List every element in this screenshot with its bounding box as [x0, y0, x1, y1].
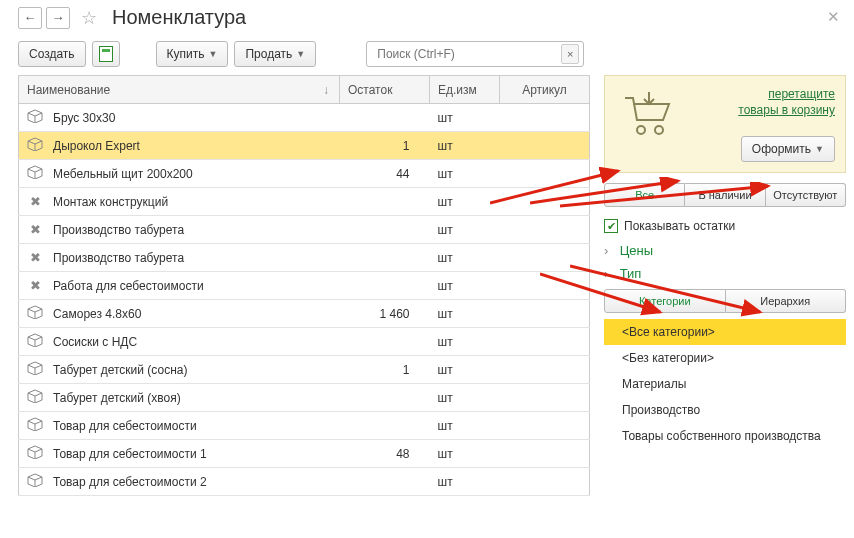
table-row[interactable]: ✖Работа для себестоимостишт: [19, 272, 590, 300]
table-row[interactable]: Мебельный щит 200х20044шт: [19, 160, 590, 188]
search-input[interactable]: [375, 46, 557, 62]
row-name: Товар для себестоимости 2: [45, 468, 340, 496]
table-row[interactable]: Сосиски с НДСшт: [19, 328, 590, 356]
col-unit[interactable]: Ед.изм: [430, 76, 500, 104]
row-name: Дырокол Expert: [45, 132, 340, 160]
submit-cart-button[interactable]: Оформить▼: [741, 136, 835, 162]
category-item[interactable]: Производство: [604, 397, 846, 423]
search-field[interactable]: ×: [366, 41, 584, 67]
row-unit: шт: [430, 104, 500, 132]
nav-back-button[interactable]: ←: [18, 7, 42, 29]
row-unit: шт: [430, 356, 500, 384]
box-icon: [27, 306, 43, 322]
row-stock: 1: [340, 356, 430, 384]
row-article: [500, 356, 590, 384]
search-clear-button[interactable]: ×: [561, 44, 579, 64]
box-icon: [27, 446, 43, 462]
category-item[interactable]: Товары собственного производства: [604, 423, 846, 449]
row-stock: 48: [340, 440, 430, 468]
sell-button[interactable]: Продать▼: [234, 41, 316, 67]
row-name: Брус 30х30: [45, 104, 340, 132]
submit-cart-label: Оформить: [752, 142, 811, 156]
row-article: [500, 300, 590, 328]
sort-indicator-icon: ↓: [323, 83, 329, 97]
availability-filter: Все В наличии Отсутствуют: [604, 183, 846, 207]
box-icon: [27, 390, 43, 406]
row-name: Монтаж конструкций: [45, 188, 340, 216]
chevron-right-icon: ›: [604, 243, 616, 258]
category-item[interactable]: <Все категории>: [604, 319, 846, 345]
col-article-label: Артикул: [522, 83, 567, 97]
table-row[interactable]: Товар для себестоимости 2шт: [19, 468, 590, 496]
svg-point-1: [655, 126, 663, 134]
row-name: Работа для себестоимости: [45, 272, 340, 300]
row-stock: [340, 104, 430, 132]
table-row[interactable]: Брус 30х30шт: [19, 104, 590, 132]
row-stock: [340, 244, 430, 272]
table-row[interactable]: Дырокол Expert1шт: [19, 132, 590, 160]
buy-button-label: Купить: [167, 47, 205, 61]
prices-expander[interactable]: › Цены: [604, 243, 846, 258]
table-row[interactable]: ✖Монтаж конструкцийшт: [19, 188, 590, 216]
row-unit: шт: [430, 440, 500, 468]
filter-tab-out-label: Отсутствуют: [773, 189, 837, 201]
close-icon[interactable]: ✕: [827, 8, 840, 26]
show-stock-checkbox[interactable]: ✔: [604, 219, 618, 233]
nav-forward-button[interactable]: →: [46, 7, 70, 29]
table-row[interactable]: ✖Производство табуреташт: [19, 216, 590, 244]
nomenclature-table: Наименование ↓ Остаток Ед.изм Артикул Бр…: [18, 75, 590, 496]
category-list: <Все категории><Без категории>МатериалыП…: [604, 319, 846, 449]
box-icon: [27, 166, 43, 182]
row-stock: [340, 216, 430, 244]
filter-tab-all[interactable]: Все: [604, 183, 685, 207]
row-unit: шт: [430, 132, 500, 160]
table-row[interactable]: Табурет детский (хвоя)шт: [19, 384, 590, 412]
create-from-template-button[interactable]: [92, 41, 120, 67]
row-unit: шт: [430, 300, 500, 328]
tab-categories[interactable]: Категории: [604, 289, 726, 313]
row-unit: шт: [430, 216, 500, 244]
table-row[interactable]: Саморез 4.8х601 460шт: [19, 300, 590, 328]
table-row[interactable]: ✖Производство табуреташт: [19, 244, 590, 272]
tab-hierarchy-label: Иерархия: [760, 295, 810, 307]
create-button[interactable]: Создать: [18, 41, 86, 67]
row-name: Товар для себестоимости 1: [45, 440, 340, 468]
col-article[interactable]: Артикул: [500, 76, 590, 104]
box-icon: [27, 334, 43, 350]
row-article: [500, 440, 590, 468]
buy-button[interactable]: Купить▼: [156, 41, 229, 67]
row-unit: шт: [430, 272, 500, 300]
category-item[interactable]: Материалы: [604, 371, 846, 397]
category-mode-tabs: Категории Иерархия: [604, 289, 846, 313]
row-article: [500, 412, 590, 440]
table-row[interactable]: Табурет детский (сосна)1шт: [19, 356, 590, 384]
table-row[interactable]: Товар для себестоимостишт: [19, 412, 590, 440]
row-stock: [340, 384, 430, 412]
row-name: Саморез 4.8х60: [45, 300, 340, 328]
row-name: Производство табурета: [45, 216, 340, 244]
type-expander[interactable]: › Тип: [604, 266, 846, 281]
row-unit: шт: [430, 384, 500, 412]
table-row[interactable]: Товар для себестоимости 148шт: [19, 440, 590, 468]
box-icon: [27, 418, 43, 434]
row-unit: шт: [430, 160, 500, 188]
row-article: [500, 188, 590, 216]
filter-tab-instock[interactable]: В наличии: [685, 183, 765, 207]
filter-tab-out[interactable]: Отсутствуют: [766, 183, 846, 207]
tab-hierarchy[interactable]: Иерархия: [726, 289, 847, 313]
col-name[interactable]: Наименование ↓: [19, 76, 340, 104]
box-icon: [27, 138, 43, 154]
create-button-label: Создать: [29, 47, 75, 61]
prices-label: Цены: [620, 243, 653, 258]
service-icon: ✖: [30, 222, 41, 237]
row-stock: 44: [340, 160, 430, 188]
row-unit: шт: [430, 412, 500, 440]
box-icon: [27, 474, 43, 490]
favorite-star-icon[interactable]: ☆: [78, 7, 100, 29]
cart-dropzone[interactable]: перетащите товары в корзину Оформить▼: [604, 75, 846, 173]
row-stock: 1: [340, 132, 430, 160]
col-stock[interactable]: Остаток: [340, 76, 430, 104]
row-article: [500, 244, 590, 272]
service-icon: ✖: [30, 278, 41, 293]
category-item[interactable]: <Без категории>: [604, 345, 846, 371]
